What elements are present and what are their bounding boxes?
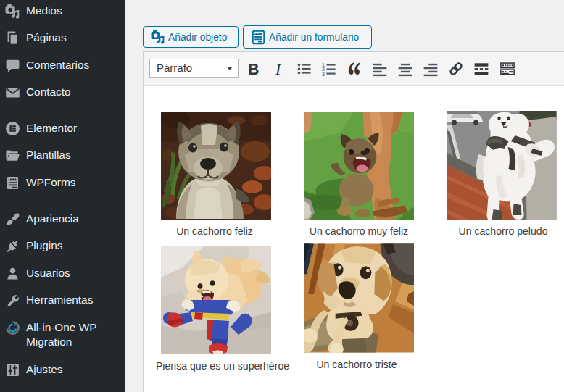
svg-text:3: 3 (322, 72, 325, 77)
